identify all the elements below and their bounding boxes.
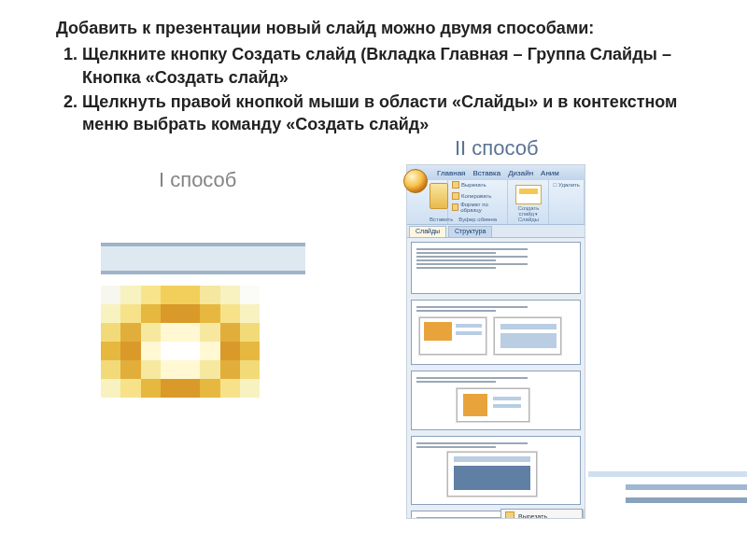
pixel — [240, 342, 260, 360]
pixel — [101, 360, 120, 379]
panel-tabs: Слайды Структура — [407, 225, 585, 238]
step-list: Щелкните кнопку Создать слайд (Вкладка Г… — [82, 43, 700, 135]
method2-image: Главная Вставка Дизайн Аним Вставить Выр… — [406, 164, 585, 519]
pixel — [141, 360, 161, 379]
pixel — [220, 286, 240, 304]
pixel — [200, 286, 219, 304]
pixel — [180, 360, 200, 379]
pixel — [120, 360, 140, 379]
ribbon-tab: Аним — [541, 169, 559, 177]
ribbon-item: Вырезать — [452, 183, 503, 187]
pixel — [220, 379, 240, 398]
pixel — [141, 286, 161, 304]
panel-tab-slides: Слайды — [409, 226, 446, 237]
format-painter-icon — [452, 203, 458, 211]
cut-icon — [452, 181, 459, 189]
pixel — [120, 304, 140, 323]
panel-tab-outline: Структура — [448, 226, 492, 237]
ribbon-tab: Вставка — [472, 169, 500, 177]
paste-label: Вставить — [430, 217, 444, 222]
pixel — [101, 304, 120, 323]
pixel — [180, 379, 200, 398]
ribbon-group-clipboard: Вырезать Копировать Формат по образцу Бу… — [448, 180, 508, 224]
pixel — [200, 379, 219, 398]
ribbon-tab: Главная — [437, 169, 465, 177]
new-slide-icon — [515, 185, 542, 204]
pixel — [240, 323, 260, 342]
pixel — [240, 360, 260, 379]
pixel — [141, 304, 161, 323]
method2-heading: II способ — [455, 136, 539, 161]
instruction-text: Добавить к презентации новый слайд можно… — [56, 17, 700, 137]
method1-heading: I способ — [159, 168, 236, 192]
pixel — [200, 342, 219, 360]
pixel — [240, 379, 260, 398]
slide-titlebar — [101, 243, 305, 274]
slides-footer: Слайды — [512, 217, 544, 222]
pixel — [120, 379, 140, 398]
pixel — [161, 360, 180, 379]
clipboard-footer: Буфер обмена — [452, 217, 503, 222]
ribbon-tabs: Главная Вставка Дизайн Аним — [407, 165, 585, 180]
slide-thumb — [411, 436, 581, 505]
slide-thumb — [411, 242, 581, 294]
office-button-icon — [403, 169, 428, 193]
ribbon-group-extra: □ Удалить — [549, 180, 585, 224]
pixel — [200, 323, 219, 342]
pixel — [101, 379, 120, 398]
pixel — [161, 379, 180, 398]
ribbon-item: Формат по образцу — [452, 205, 503, 209]
intro-line: Добавить к презентации новый слайд можно… — [56, 17, 700, 39]
pixel — [240, 286, 260, 304]
paste-icon — [430, 183, 448, 209]
pixel — [180, 304, 200, 323]
pixel — [101, 342, 120, 360]
pixel — [161, 286, 180, 304]
step-item: Щелкнуть правой кнопкой мыши в области «… — [82, 91, 700, 136]
ribbon-item: Копировать — [452, 194, 503, 198]
pixel — [220, 304, 240, 323]
pixel — [141, 323, 161, 342]
pixel — [220, 323, 240, 342]
pixel — [200, 360, 219, 379]
new-slide-label: Создать слайд ▾ — [512, 205, 544, 217]
ribbon-item: □ Удалить — [553, 183, 580, 187]
pixel — [220, 360, 240, 379]
pixel — [161, 304, 180, 323]
ribbon-body: Вставить Вырезать Копировать Формат по о… — [407, 180, 585, 225]
pixel — [180, 286, 200, 304]
ctx-cut: Вырезать — [501, 510, 582, 518]
pixel — [141, 379, 161, 398]
pixel — [141, 342, 161, 360]
copy-icon — [452, 192, 459, 200]
step-item: Щелкните кнопку Создать слайд (Вкладка Г… — [82, 43, 700, 89]
pixel — [120, 342, 140, 360]
ribbon-group-slides: Создать слайд ▾ Слайды — [508, 180, 549, 224]
pixel — [240, 304, 260, 323]
pixel — [101, 286, 120, 304]
pixel — [161, 342, 180, 360]
ribbon-tab: Дизайн — [508, 169, 533, 177]
slide-thumb — [411, 300, 581, 365]
pixel — [101, 323, 120, 342]
pixel — [161, 323, 180, 342]
slide-thumbnails: Вырезать Копировать Вставить Создать — [407, 238, 585, 518]
decorative-stripes — [588, 471, 747, 527]
pixel — [220, 342, 240, 360]
slide-thumb — [411, 371, 581, 430]
pixel — [200, 304, 219, 323]
pixel — [180, 342, 200, 360]
method1-image — [101, 243, 305, 398]
pixel — [120, 323, 140, 342]
pixelated-graphic — [101, 286, 260, 398]
cut-icon — [505, 511, 514, 518]
pixel — [120, 286, 140, 304]
context-menu: Вырезать Копировать Вставить Создать — [500, 509, 583, 518]
pixel — [180, 323, 200, 342]
